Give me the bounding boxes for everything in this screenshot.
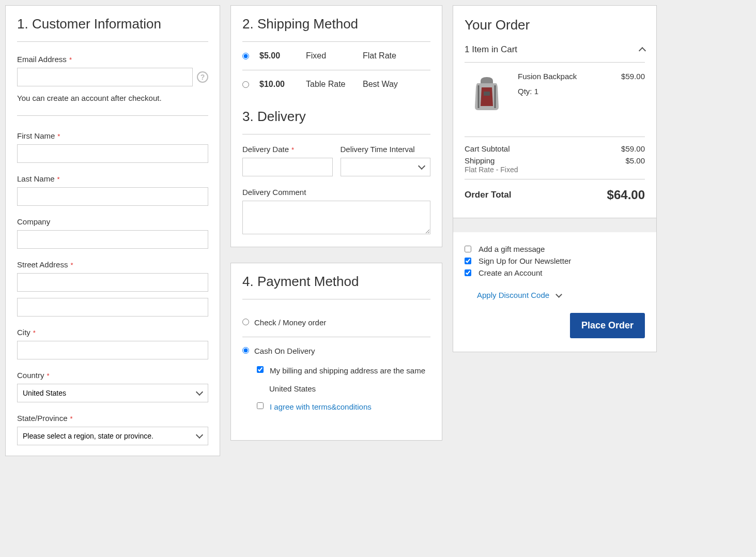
order-total-label: Order Total: [465, 190, 511, 200]
delivery-date-label: Delivery Date: [242, 145, 333, 154]
shipping-radio-best-way[interactable]: [242, 81, 249, 88]
customer-heading: 1. Customer Information: [17, 16, 208, 42]
item-qty: Qty: 1: [518, 87, 577, 96]
shipping-carrier: Best Way: [363, 80, 398, 89]
newsletter-checkbox[interactable]: [465, 258, 471, 264]
shipping-label: Shipping: [465, 156, 495, 165]
gift-label: Add a gift message: [479, 245, 545, 253]
company-label: Company: [17, 217, 208, 226]
place-order-button[interactable]: Place Order: [570, 313, 645, 338]
order-summary-card: Your Order 1 Item in Cart: [453, 5, 657, 352]
email-field[interactable]: [17, 68, 193, 86]
create-account-label: Create an Account: [479, 268, 542, 277]
street-label: Street Address: [17, 260, 208, 269]
terms-link[interactable]: I agree with terms&conditions: [270, 402, 372, 411]
payment-heading: 4. Payment Method: [242, 274, 430, 299]
last-name-label: Last Name: [17, 174, 208, 183]
state-label: State/Province: [17, 414, 208, 423]
delivery-interval-select[interactable]: [341, 158, 431, 176]
payment-option-cod[interactable]: Cash On Delivery My billing and shipping…: [242, 337, 430, 430]
cart-item: Fusion Backpack Qty: 1 $59.00: [465, 72, 645, 116]
payment-option-check[interactable]: Check / Money order: [242, 309, 430, 337]
gift-checkbox[interactable]: [465, 246, 471, 252]
item-price: $59.00: [621, 72, 645, 116]
shipping-price: $10.00: [259, 80, 306, 89]
shipping-sublabel: Flat Rate - Fixed: [465, 165, 518, 174]
discount-label: Apply Discount Code: [477, 291, 549, 299]
shipping-value: $5.00: [625, 156, 645, 174]
shipping-carrier: Flat Rate: [363, 51, 396, 61]
company-field[interactable]: [17, 230, 208, 249]
shipping-option-flat-rate[interactable]: $5.00 Fixed Flat Rate: [242, 51, 430, 70]
payment-card: 4. Payment Method Check / Money order Ca…: [230, 263, 442, 441]
street2-field[interactable]: [17, 298, 208, 317]
billing-same-label: My billing and shipping address are the …: [270, 366, 425, 375]
shipping-delivery-card: 2. Shipping Method $5.00 Fixed Flat Rate…: [230, 5, 442, 247]
subtotal-label: Cart Subtotal: [465, 144, 510, 153]
city-field[interactable]: [17, 341, 208, 359]
delivery-comment-field[interactable]: [242, 201, 430, 234]
backpack-icon: [471, 76, 502, 112]
shipping-price: $5.00: [259, 51, 306, 61]
shipping-heading: 2. Shipping Method: [242, 16, 430, 42]
shipping-method: Fixed: [306, 51, 363, 61]
email-label: Email Address: [17, 55, 208, 64]
delivery-heading: 3. Delivery: [242, 109, 430, 134]
separator-band: [453, 218, 656, 232]
delivery-comment-label: Delivery Comment: [242, 188, 430, 197]
divider: [17, 115, 208, 116]
order-total-value: $64.00: [607, 188, 645, 202]
city-label: City: [17, 328, 208, 337]
chevron-down-icon: [556, 291, 562, 298]
cart-toggle[interactable]: 1 Item in Cart: [465, 44, 645, 63]
payment-radio-check[interactable]: [242, 319, 249, 325]
billing-same-checkbox[interactable]: [257, 366, 264, 373]
shipping-option-best-way[interactable]: $10.00 Table Rate Best Way: [242, 70, 430, 98]
street1-field[interactable]: [17, 273, 208, 292]
first-name-field[interactable]: [17, 144, 208, 163]
newsletter-label: Sign Up for Our Newsletter: [479, 257, 571, 265]
shipping-radio-flat-rate[interactable]: [242, 53, 249, 59]
country-select[interactable]: United States: [17, 384, 208, 402]
subtotal-value: $59.00: [621, 144, 645, 153]
country-label: Country: [17, 371, 208, 380]
customer-info-card: 1. Customer Information Email Address ? …: [5, 5, 220, 456]
delivery-interval-label: Delivery Time Interval: [341, 145, 431, 154]
state-select[interactable]: Please select a region, state or provinc…: [17, 427, 208, 445]
cart-count: 1 Item in Cart: [465, 44, 517, 55]
discount-toggle[interactable]: Apply Discount Code: [465, 291, 645, 299]
chevron-up-icon: [639, 47, 646, 54]
delivery-date-field[interactable]: [242, 158, 333, 176]
order-heading: Your Order: [465, 17, 645, 33]
last-name-field[interactable]: [17, 187, 208, 206]
create-account-checkbox[interactable]: [465, 269, 471, 276]
shipping-method: Table Rate: [306, 80, 363, 89]
help-icon[interactable]: ?: [197, 71, 208, 83]
product-image: [465, 72, 508, 116]
payment-radio-cod[interactable]: [242, 347, 249, 354]
svg-rect-0: [484, 92, 490, 96]
terms-checkbox[interactable]: [257, 402, 264, 409]
first-name-label: First Name: [17, 131, 208, 140]
item-name: Fusion Backpack: [518, 72, 577, 81]
email-note: You can create an account after checkout…: [17, 94, 208, 102]
billing-country: United States: [269, 384, 430, 393]
